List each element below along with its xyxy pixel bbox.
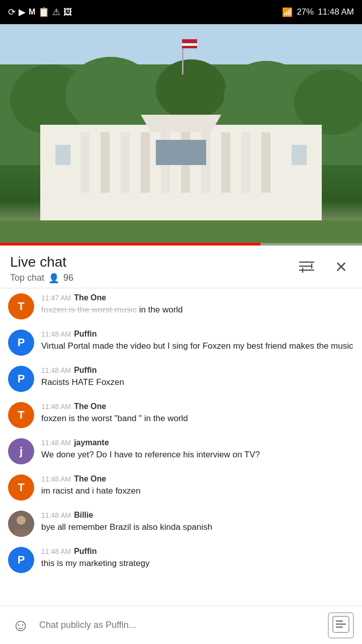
svg-rect-14 [101, 132, 110, 193]
send-icon [332, 615, 350, 635]
clipboard-icon: 📋 [38, 7, 49, 18]
svg-marker-12 [141, 115, 221, 132]
msg-meta-5: 11:48 AM jaymante [41, 438, 354, 447]
timestamp-5: 11:48 AM [41, 439, 71, 447]
svg-point-4 [156, 59, 226, 120]
sync-icon: ⟳ [8, 7, 16, 18]
chat-message-5: j 11:48 AM jaymante We done yet? Do I ha… [0, 433, 362, 469]
msg-content-2: Virtual Portal made the video but I sing… [41, 340, 354, 353]
m-icon: M [29, 8, 35, 17]
msg-content-7: bye all remember Brazil is also kinda sp… [41, 521, 354, 534]
msg-meta-4: 11:48 AM The One [41, 402, 354, 411]
msg-content-6: im racist and i hate foxzen [41, 485, 354, 498]
status-bar: ⟳ ▶ M 📋 ⚠ 🖼 📶 27% 11:48 AM [0, 0, 362, 24]
msg-meta-7: 11:48 AM Billie [41, 511, 354, 520]
msg-body-4: 11:48 AM The One foxzen is the worst "ba… [41, 402, 354, 425]
timestamp-6: 11:48 AM [41, 475, 71, 483]
chat-input-bar: ☺ [0, 606, 362, 644]
chat-message-4: T 11:48 AM The One foxzen is the worst "… [0, 397, 362, 433]
chat-subtitle: Top chat 👤 96 [10, 273, 73, 284]
svg-rect-39 [336, 620, 343, 622]
svg-rect-22 [261, 132, 270, 193]
video-thumbnail [0, 24, 362, 246]
video-player[interactable] [0, 24, 362, 246]
username-8: Puffin [74, 547, 97, 556]
msg-content-8: this is my marketing strategy [41, 557, 354, 570]
msg-meta-3: 11:48 AM Puffin [41, 366, 354, 375]
svg-point-37 [17, 516, 26, 525]
avatar-billie [8, 511, 34, 537]
svg-rect-41 [336, 626, 343, 628]
chat-message-1: T 11:47 AM The One foxzen is the worst m… [0, 288, 362, 325]
close-button[interactable]: ✕ [330, 256, 352, 278]
chat-message-6: T 11:48 AM The One im racist and i hate … [0, 469, 362, 506]
people-icon: 👤 [48, 273, 59, 284]
msg-body-3: 11:48 AM Puffin Racists HATE Foxzen [41, 366, 354, 389]
svg-rect-9 [182, 43, 197, 46]
msg-body-1: 11:47 AM The One foxzen is the worst mus… [41, 293, 354, 316]
svg-point-3 [65, 57, 156, 132]
chat-message-2: P 11:48 AM Puffin Virtual Portal made th… [0, 325, 362, 361]
chat-input-field[interactable] [39, 613, 322, 638]
avatar-puffin-3: P [8, 547, 34, 573]
svg-rect-15 [121, 132, 130, 193]
chat-message-8: P 11:48 AM Puffin this is my marketing s… [0, 542, 362, 578]
timestamp-2: 11:48 AM [41, 330, 71, 338]
status-right: 📶 27% 11:48 AM [282, 7, 354, 18]
timestamp-4: 11:48 AM [41, 403, 71, 411]
chat-title: Live chat [10, 254, 73, 271]
username-4: The One [74, 402, 106, 411]
svg-rect-16 [141, 132, 150, 193]
filter-icon [297, 258, 317, 276]
svg-rect-23 [55, 145, 70, 165]
chat-header-right: ✕ [296, 254, 352, 278]
chat-message-7: 11:48 AM Billie bye all remember Brazil … [0, 506, 362, 542]
avatar-the-one-2: T [8, 402, 34, 428]
truncated-text-1: foxzen is the worst music [41, 305, 137, 314]
svg-rect-10 [182, 46, 197, 48]
msg-content-3: Racists HATE Foxzen [41, 376, 354, 389]
msg-meta-8: 11:48 AM Puffin [41, 547, 354, 556]
youtube-icon: ▶ [19, 7, 26, 18]
msg-body-7: 11:48 AM Billie bye all remember Brazil … [41, 511, 354, 534]
filter-button[interactable] [296, 256, 318, 278]
chat-header: Live chat Top chat 👤 96 ✕ [0, 246, 362, 288]
timestamp-8: 11:48 AM [41, 547, 71, 555]
timestamp-3: 11:48 AM [41, 366, 71, 374]
msg-body-6: 11:48 AM The One im racist and i hate fo… [41, 474, 354, 498]
send-button[interactable] [328, 612, 354, 638]
msg-content-4: foxzen is the worst "band " in the world [41, 413, 354, 425]
msg-content-5: We done yet? Do I have to reference his … [41, 449, 354, 461]
wifi-icon: 📶 [282, 7, 293, 18]
emoji-button[interactable]: ☺ [8, 613, 33, 638]
avatar-jaymante: j [8, 438, 34, 464]
svg-rect-24 [292, 145, 307, 165]
image-icon: 🖼 [63, 7, 72, 18]
svg-rect-20 [221, 132, 230, 193]
live-chat-panel: Live chat Top chat 👤 96 ✕ [0, 246, 362, 644]
top-chat-label[interactable]: Top chat [10, 273, 44, 283]
timestamp-1: 11:47 AM [41, 294, 71, 302]
avatar-puffin-2: P [8, 366, 34, 392]
svg-rect-13 [80, 132, 89, 193]
username-7: Billie [74, 511, 93, 520]
username-5: jaymante [74, 438, 109, 447]
msg-meta-2: 11:48 AM Puffin [41, 330, 354, 339]
username-1: The One [74, 293, 106, 302]
msg-meta-6: 11:48 AM The One [41, 474, 354, 484]
chat-messages: T 11:47 AM The One foxzen is the worst m… [0, 288, 362, 618]
timestamp-7: 11:48 AM [41, 511, 71, 519]
status-icons: ⟳ ▶ M 📋 ⚠ 🖼 [8, 7, 72, 18]
username-6: The One [74, 474, 106, 484]
msg-body-2: 11:48 AM Puffin Virtual Portal made the … [41, 330, 354, 353]
username-3: Puffin [74, 366, 97, 375]
msg-body-8: 11:48 AM Puffin this is my marketing str… [41, 547, 354, 570]
username-2: Puffin [74, 330, 97, 339]
msg-meta-1: 11:47 AM The One [41, 293, 354, 302]
video-progress-bar[interactable] [0, 243, 362, 246]
chat-message-3: P 11:48 AM Puffin Racists HATE Foxzen [0, 361, 362, 397]
battery-percent: 27% [297, 7, 314, 17]
avatar-puffin-1: P [8, 330, 34, 356]
viewer-count: 96 [63, 273, 73, 283]
emoji-icon: ☺ [12, 615, 30, 635]
